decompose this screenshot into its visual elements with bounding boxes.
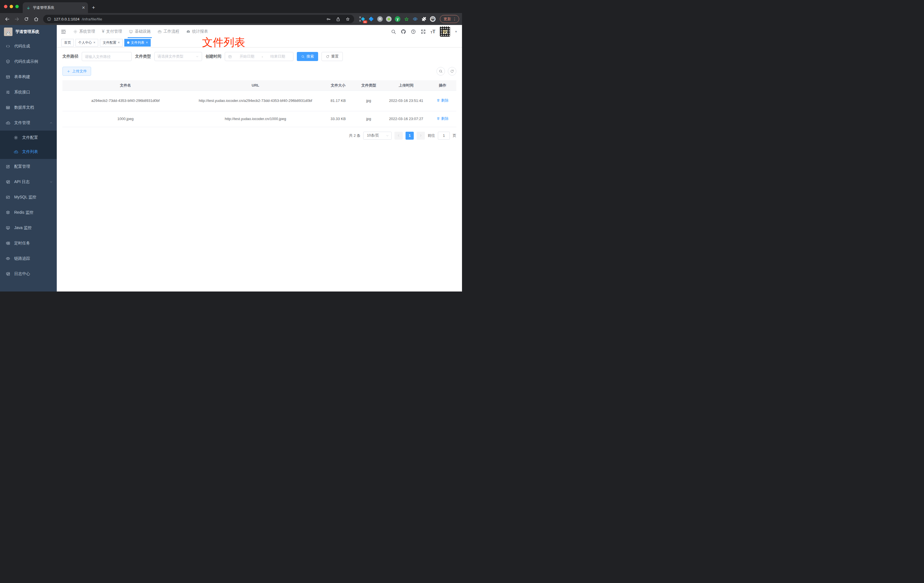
- sidebar-item[interactable]: 表单构建: [0, 69, 57, 84]
- goto-page-input[interactable]: [438, 134, 449, 138]
- forward-icon[interactable]: [13, 15, 21, 23]
- extension-y-icon[interactable]: y: [394, 16, 401, 22]
- tag-label: 个人中心: [78, 40, 92, 45]
- window-minimize-button[interactable]: [10, 5, 13, 8]
- tag-item[interactable]: 文件列表×: [124, 39, 151, 46]
- sidebar-item[interactable]: MySQL 监控: [0, 190, 57, 205]
- back-icon[interactable]: [3, 15, 12, 23]
- sidebar-item[interactable]: Redis 监控: [0, 205, 57, 220]
- page-number-button[interactable]: 1: [406, 132, 414, 140]
- pagination-total: 共 2 条: [349, 133, 360, 138]
- page-size-select[interactable]: 10条/页: [363, 132, 392, 140]
- sidebar-item[interactable]: 链路追踪: [0, 251, 57, 266]
- help-question-icon[interactable]: [411, 29, 416, 34]
- window-close-button[interactable]: [4, 5, 7, 8]
- tab-close-icon[interactable]: ✕: [82, 5, 85, 10]
- browser-tabstrip: 芋道管理系统 ✕ +: [0, 0, 462, 13]
- sidebar-subitem[interactable]: 文件列表: [0, 145, 57, 159]
- sidebar-item[interactable]: API 日志: [0, 174, 57, 190]
- new-tab-button[interactable]: +: [88, 5, 99, 13]
- sidebar-item[interactable]: 系统接口: [0, 84, 57, 100]
- file-type-select[interactable]: 请选择文件类型: [154, 52, 202, 61]
- upload-file-button[interactable]: 上传文件: [63, 67, 91, 76]
- url-bar[interactable]: 127.0.0.1:1024/infra/file/file: [43, 15, 354, 23]
- sidebar-subitem[interactable]: 文件配置: [0, 130, 57, 145]
- site-info-icon[interactable]: [46, 15, 52, 23]
- bookmark-star-icon[interactable]: [344, 15, 351, 23]
- browser-tab[interactable]: 芋道管理系统 ✕: [23, 2, 88, 13]
- nav-item-4[interactable]: 统计报表: [183, 25, 211, 38]
- sidebar-toggle-icon[interactable]: [57, 25, 70, 38]
- extension-gem-icon[interactable]: 🔷: [368, 16, 374, 22]
- browser-menu-icon[interactable]: ⋮: [453, 17, 457, 21]
- code-icon: [6, 44, 10, 48]
- sidebar-item-label: Java 监控: [14, 225, 53, 231]
- share-icon[interactable]: [334, 15, 342, 23]
- tag-item[interactable]: 个人中心×: [76, 39, 98, 46]
- sidebar-item[interactable]: 代码生成示例: [0, 54, 57, 69]
- sidebar-item[interactable]: 定时任务: [0, 236, 57, 251]
- sidebar-item[interactable]: 文件管理: [0, 115, 57, 130]
- extension-command-icon[interactable]: ⌘: [377, 16, 383, 22]
- nav-item-0[interactable]: 系统管理: [70, 25, 99, 38]
- sidebar-item[interactable]: Java 监控: [0, 220, 57, 236]
- search-icon: [439, 69, 443, 73]
- tag-item[interactable]: 首页: [61, 39, 74, 46]
- sidebar-item-label: 数据库文档: [14, 105, 53, 110]
- extensions-puzzle-icon[interactable]: 🧩: [421, 16, 427, 22]
- reset-button[interactable]: 重置: [322, 52, 343, 61]
- nav-item-2[interactable]: 基础设施: [125, 25, 154, 38]
- profile-avatar[interactable]: 😀: [430, 16, 436, 22]
- page-suffix: 页: [453, 133, 456, 138]
- search-button[interactable]: 搜索: [297, 52, 318, 61]
- tag-close-icon[interactable]: ×: [93, 41, 95, 45]
- sidebar-item[interactable]: 日志中心: [0, 266, 57, 282]
- tag-label: 文件配置: [103, 40, 116, 45]
- header-search-icon[interactable]: [391, 29, 396, 34]
- sliders-icon: [6, 90, 10, 94]
- user-avatar-qr[interactable]: 😺: [440, 26, 450, 36]
- sidebar-item[interactable]: 数据库文档: [0, 100, 57, 115]
- plus-icon: [67, 69, 70, 73]
- tag-close-icon[interactable]: ×: [118, 41, 120, 45]
- extension-greendot-icon[interactable]: [386, 16, 392, 22]
- tag-item[interactable]: 文件配置×: [100, 39, 122, 46]
- sidebar-item[interactable]: 代码生成: [0, 39, 57, 54]
- file-path-input[interactable]: [85, 55, 129, 59]
- date-range-picker[interactable]: 开始日期 - 结束日期: [225, 52, 294, 61]
- toggle-search-button[interactable]: [436, 67, 445, 76]
- tag-close-icon[interactable]: ×: [146, 41, 148, 45]
- grid-icon: [6, 105, 10, 110]
- nav-item-1[interactable]: ¥支付管理: [99, 25, 125, 38]
- browser-update-button[interactable]: 更新 ⋮: [440, 15, 459, 23]
- trash-icon: [436, 117, 440, 121]
- extension-star-icon[interactable]: [403, 16, 409, 22]
- window-zoom-button[interactable]: [15, 5, 19, 8]
- home-icon[interactable]: [32, 15, 40, 23]
- refresh-table-button[interactable]: [448, 67, 456, 76]
- nav-item-3[interactable]: 工作流程: [154, 25, 183, 38]
- password-key-icon[interactable]: [325, 15, 332, 23]
- next-page-button[interactable]: [417, 132, 425, 140]
- sidebar-logo[interactable]: 🐰 芋道管理系统: [0, 25, 57, 39]
- nav-item-label: 支付管理: [106, 29, 122, 34]
- goto-label: 前往: [428, 133, 435, 138]
- cell-actions: 删除: [429, 111, 456, 127]
- avatar-caret-icon[interactable]: ▼: [455, 30, 457, 33]
- github-icon[interactable]: [401, 29, 406, 34]
- cell-actions: 删除: [429, 91, 456, 111]
- reload-icon[interactable]: [22, 15, 31, 23]
- font-size-icon[interactable]: TT: [431, 29, 435, 34]
- prev-page-button[interactable]: [394, 132, 403, 140]
- delete-button[interactable]: 删除: [436, 97, 449, 104]
- refresh-icon: [326, 55, 330, 58]
- extension-diamond-icon[interactable]: 11: [359, 16, 366, 22]
- date-start-placeholder[interactable]: 开始日期: [234, 54, 259, 59]
- extension-eye-icon[interactable]: [412, 16, 418, 22]
- fullscreen-icon[interactable]: [421, 29, 426, 34]
- sidebar-item-label: 系统接口: [14, 90, 53, 95]
- delete-button[interactable]: 删除: [436, 116, 449, 122]
- sidebar-item[interactable]: 配置管理: [0, 159, 57, 174]
- pagination: 共 2 条 10条/页 1 前往 页: [63, 132, 456, 140]
- date-end-placeholder[interactable]: 结束日期: [265, 54, 290, 59]
